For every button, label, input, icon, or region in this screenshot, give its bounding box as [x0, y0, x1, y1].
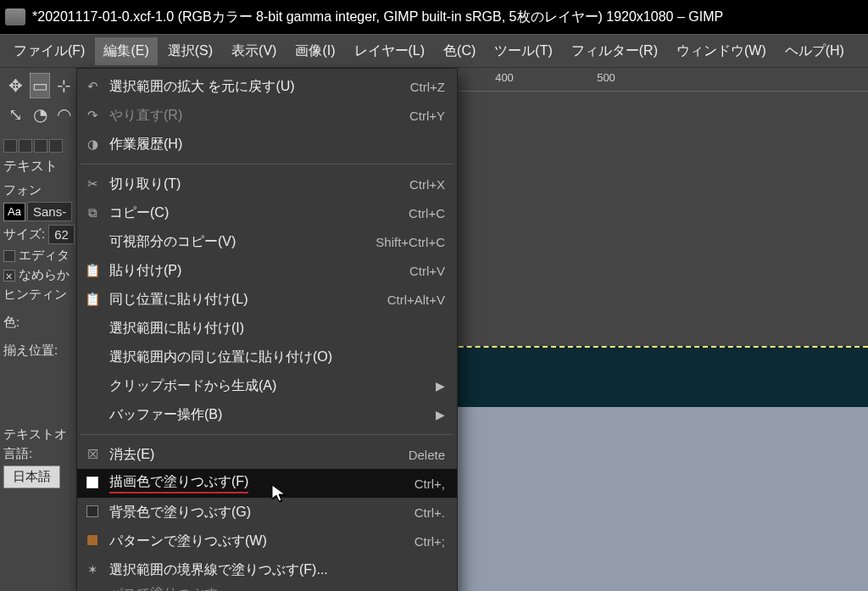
left-panel: ✥ ▭ ⊹ ⤡ ◔ ◠ テキスト フォン Aa San: [0, 68, 81, 591]
menu-cut[interactable]: ✂ 切り取り(T) Ctrl+X: [77, 170, 457, 198]
undo-icon: ↶: [84, 79, 101, 94]
tool-transform[interactable]: ⤡: [5, 102, 26, 127]
tool-path[interactable]: ◠: [53, 102, 75, 127]
bg-swatch-icon: [84, 505, 101, 520]
options-tab-1[interactable]: [3, 139, 17, 153]
smooth-label: なめらか: [19, 267, 70, 283]
size-label: サイズ:: [3, 226, 45, 243]
menu-layer[interactable]: レイヤー(L): [346, 37, 434, 65]
paste-icon: 📋: [84, 263, 101, 278]
menu-colors[interactable]: 色(C): [435, 37, 484, 65]
paste-in-place-icon: 📋: [84, 292, 101, 307]
editor-checkbox[interactable]: [3, 250, 15, 262]
size-field[interactable]: 62: [48, 225, 75, 244]
menu-paste[interactable]: 📋 貼り付け(P) Ctrl+V: [77, 256, 457, 285]
menu-stroke-selection[interactable]: ✶ 選択範囲の境界線で塗りつぶす(F)...: [77, 555, 457, 584]
history-icon: ◑: [84, 137, 101, 152]
submenu-arrow-icon: ▶: [436, 379, 445, 393]
menu-fill-fg[interactable]: 描画色で塗りつぶす(F) Ctrl+,: [77, 469, 457, 498]
mouse-cursor-icon: [270, 483, 290, 504]
menu-paste-into[interactable]: 選択範囲に貼り付け(I): [77, 314, 457, 343]
tool-rect-select[interactable]: ▭: [30, 73, 51, 98]
lang-label: 言語:: [3, 446, 32, 462]
ruler-tick-label: 400: [495, 71, 514, 84]
menu-undo[interactable]: ↶ 選択範囲の拡大 を元に戻す(U) Ctrl+Z: [77, 72, 457, 101]
menu-separator: [81, 434, 453, 435]
menu-paste-into-place[interactable]: 選択範囲内の同じ位置に貼り付け(O): [77, 343, 457, 371]
menu-select[interactable]: 選択(S): [159, 37, 221, 65]
menu-edit[interactable]: 編集(E): [95, 37, 157, 65]
menu-tools[interactable]: ツール(T): [486, 37, 560, 65]
options-tab-3[interactable]: [34, 139, 47, 153]
menu-copy[interactable]: ⧉ コピー(C) Ctrl+C: [77, 198, 457, 227]
menu-filters[interactable]: フィルター(R): [563, 37, 666, 65]
toolbox: ✥ ▭ ⊹ ⤡ ◔ ◠: [0, 68, 80, 136]
menu-history[interactable]: ◑ 作業履歴(H): [77, 130, 457, 159]
cut-icon: ✂: [84, 176, 101, 192]
font-label: フォン: [3, 182, 42, 198]
tool-move[interactable]: ✥: [5, 73, 26, 98]
lang-field[interactable]: 日本語: [3, 466, 60, 488]
edit-dropdown: ↶ 選択範囲の拡大 を元に戻す(U) Ctrl+Z ↷ やり直す(R) Ctrl…: [76, 68, 458, 591]
window-titlebar: *20201117-01-0.xcf-1.0 (RGBカラー 8-bit gam…: [0, 0, 868, 34]
menu-paste-in-place[interactable]: 📋 同じ位置に貼り付け(L) Ctrl+Alt+V: [77, 285, 457, 314]
menu-view[interactable]: 表示(V): [223, 37, 285, 65]
tool-crop[interactable]: ⊹: [53, 73, 75, 98]
menu-fill-bg[interactable]: 背景色で塗りつぶす(G) Ctrl+.: [77, 498, 457, 527]
align-label: 揃え位置:: [3, 343, 58, 359]
smooth-checkbox[interactable]: [3, 270, 15, 282]
ruler-tick-label: 500: [597, 71, 615, 84]
tool-bucket[interactable]: ◔: [30, 102, 51, 127]
menu-help[interactable]: ヘルプ(H): [776, 37, 853, 65]
copy-icon: ⧉: [84, 205, 101, 220]
pattern-swatch-icon: [84, 534, 101, 549]
menubar: ファイル(F) 編集(E) 選択(S) 表示(V) 画像(I) レイヤー(L) …: [0, 34, 868, 68]
menu-windows[interactable]: ウィンドウ(W): [668, 37, 775, 65]
options-tab-2[interactable]: [19, 139, 32, 153]
submenu-arrow-icon: ▶: [436, 408, 445, 421]
app-icon: [5, 8, 25, 25]
font-name-field[interactable]: Sans-: [27, 202, 72, 221]
menu-copy-visible[interactable]: 可視部分のコピー(V) Shift+Ctrl+C: [77, 227, 457, 256]
color-label: 色:: [3, 315, 19, 331]
clear-icon: ☒: [84, 447, 101, 462]
hinting-label: ヒンティン: [3, 287, 67, 303]
window-title: *20201117-01-0.xcf-1.0 (RGBカラー 8-bit gam…: [32, 8, 723, 26]
options-title: テキスト: [3, 156, 76, 179]
editor-label: エディタ: [19, 248, 70, 264]
font-preview-icon[interactable]: Aa: [3, 203, 25, 221]
menu-clear[interactable]: ☒ 消去(E) Delete: [77, 440, 457, 469]
menu-redo[interactable]: ↷ やり直す(R) Ctrl+Y: [77, 101, 457, 130]
menu-separator: [81, 164, 453, 164]
menu-clipboard-new[interactable]: クリップボードから生成(A) ▶: [77, 371, 457, 400]
menu-buffer[interactable]: バッファー操作(B) ▶: [77, 400, 457, 429]
menu-stroke-path[interactable]: パスで塗りつぶす: [77, 584, 457, 591]
menu-file[interactable]: ファイル(F): [5, 37, 93, 65]
options-tab-4[interactable]: [49, 139, 63, 153]
stroke-icon: ✶: [84, 562, 101, 577]
menu-fill-pattern[interactable]: パターンで塗りつぶす(W) Ctrl+;: [77, 527, 457, 555]
tool-options: テキスト フォン Aa Sans- サイズ: 62 エディタ なめらか ヒンティ…: [0, 136, 80, 492]
menu-image[interactable]: 画像(I): [287, 37, 343, 65]
textbox-label: テキストオ: [3, 427, 67, 443]
fg-swatch-icon: [84, 477, 101, 491]
redo-icon: ↷: [84, 108, 101, 123]
